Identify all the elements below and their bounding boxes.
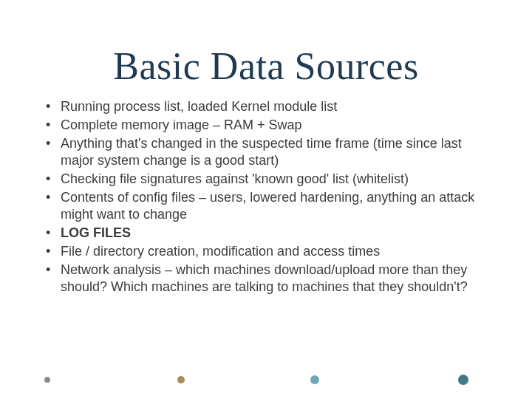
list-item: Running process list, loaded Kernel modu…: [41, 98, 488, 115]
list-item: File / directory creation, modification …: [41, 243, 488, 260]
list-item-text: Running process list, loaded Kernel modu…: [61, 99, 337, 114]
list-item: Anything that's changed in the suspected…: [41, 135, 488, 169]
dot-icon: [310, 375, 319, 384]
list-item: Complete memory image – RAM + Swap: [41, 117, 488, 134]
list-item-text: Contents of config files – users, lowere…: [61, 190, 474, 222]
list-item: Contents of config files – users, lowere…: [41, 189, 488, 223]
decorative-dots: [0, 374, 532, 384]
list-item: LOG FILES: [41, 225, 488, 242]
slide-title: Basic Data Sources: [37, 44, 495, 88]
bullet-list: Running process list, loaded Kernel modu…: [37, 98, 495, 296]
dot-icon: [44, 377, 50, 383]
list-item-text: Network analysis – which machines downlo…: [61, 262, 468, 294]
dot-icon: [458, 375, 468, 385]
list-item: Checking file signatures against 'known …: [41, 171, 488, 188]
list-item-text: File / directory creation, modification …: [61, 244, 380, 259]
list-item-text: Checking file signatures against 'known …: [61, 171, 409, 186]
list-item: Network analysis – which machines downlo…: [41, 262, 488, 296]
list-item-text: Anything that's changed in the suspected…: [61, 136, 462, 168]
dot-icon: [177, 376, 185, 383]
list-item-text: Complete memory image – RAM + Swap: [61, 117, 302, 132]
slide: Basic Data Sources Running process list,…: [0, 0, 532, 399]
list-item-text: LOG FILES: [61, 225, 131, 240]
